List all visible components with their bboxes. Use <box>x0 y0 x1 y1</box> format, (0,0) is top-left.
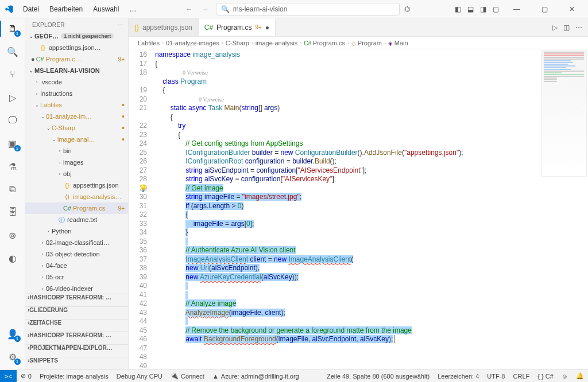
folder-item[interactable]: ›02-image-classificati… <box>25 237 128 248</box>
activity-settings-icon[interactable]: ⚙1 <box>6 350 20 364</box>
status-azure[interactable]: ▲ Azure: admin@drilling-it.org <box>208 373 303 380</box>
minimap[interactable] <box>541 50 587 177</box>
customize-layout-icon[interactable]: ▢ <box>490 5 501 13</box>
activity-testing-icon[interactable]: ⚗ <box>6 159 20 173</box>
toggle-panel-icon[interactable]: ⬓ <box>465 5 475 13</box>
workspace-section[interactable]: ⌄MS-LEARN-AI-VISION <box>25 65 128 76</box>
run-icon[interactable]: ▷ <box>552 24 558 32</box>
copilot-icon[interactable]: ⌬ <box>404 5 410 13</box>
folder-item[interactable]: ›Instructions <box>25 88 128 99</box>
file-item[interactable]: ⟨⟩image-analysis… <box>25 191 128 202</box>
window-close-icon[interactable]: ✕ <box>560 5 583 13</box>
status-language[interactable]: { } C# <box>533 372 558 380</box>
file-item[interactable]: {}appsettings.json <box>25 180 128 191</box>
code-editor[interactable]: 161718 192021 22232425262728293031323334… <box>129 49 588 369</box>
folder-item[interactable]: ⌄C-Sharp• <box>25 122 128 134</box>
open-editor-item[interactable]: {} appsettings.json… <box>25 42 128 53</box>
editor-tab[interactable]: C# Program.cs 9+ ● <box>199 18 276 36</box>
activity-remote-icon[interactable]: 🖵 <box>6 114 20 127</box>
breadcrumb-item[interactable]: 01-analyze-images <box>166 40 219 46</box>
status-project[interactable]: Projekte: image-analysis <box>36 373 113 380</box>
breadcrumbs[interactable]: Labfiles›01-analyze-images›C-Sharp›image… <box>129 37 588 49</box>
activity-explorer-icon[interactable]: 🗎1 <box>6 22 20 36</box>
status-debug-config[interactable]: Debug Any CPU <box>113 373 167 380</box>
status-problems[interactable]: ⊘ 0 <box>17 372 36 380</box>
status-connect[interactable]: 🔌 Connect <box>167 372 208 380</box>
file-item[interactable]: ⓘreadme.txt <box>25 214 128 225</box>
activity-bar: 🗎1 🔍 ⑂ ▷ 🖵 ▣3 ⚗ ⧉ 🗄 ⊚ ◐ 👤1 ⚙1 <box>0 18 25 369</box>
sidebar-section[interactable]: ›HASHICORP TERRAFORM: … <box>25 294 128 306</box>
sidebar-section[interactable]: ›HASHICORP TERRAFORM: … <box>25 332 128 344</box>
editor-tab[interactable]: {} appsettings.json <box>129 18 199 36</box>
explorer-title: EXPLORER <box>32 22 65 28</box>
status-indentation[interactable]: Leerzeichen: 4 <box>434 372 483 380</box>
sidebar-section[interactable]: ›PROJEKTMAPPEN-EXPLOR… <box>25 344 128 357</box>
toggle-secondary-sidebar-icon[interactable]: ◨ <box>478 5 488 13</box>
folder-item[interactable]: ›05-ocr <box>25 271 128 283</box>
breadcrumb-item[interactable]: C-Sharp <box>226 40 249 46</box>
activity-accounts-icon[interactable]: 👤1 <box>6 327 20 341</box>
nav-back-icon[interactable]: ← <box>184 5 195 13</box>
breadcrumb-item[interactable]: ◇ Program <box>351 40 382 46</box>
status-cursor-position[interactable]: Zeile 49, Spalte 80 (680 ausgewählt) <box>323 372 434 380</box>
split-editor-icon[interactable]: ◫ <box>563 24 570 32</box>
folder-item[interactable]: ›03-object-detection <box>25 248 128 260</box>
activity-search-icon[interactable]: 🔍 <box>6 45 20 59</box>
folder-item[interactable]: ›04-face <box>25 260 128 271</box>
activity-terminal-icon[interactable]: ⧉ <box>6 182 20 196</box>
tab-label: appsettings.json <box>142 24 192 32</box>
status-feedback-icon[interactable]: ☺ <box>558 372 572 380</box>
line-gutter: 161718 192021 22232425262728293031323334… <box>129 49 155 369</box>
folder-item[interactable]: ⌄image-anal…• <box>25 134 128 145</box>
problem-count: 9+ <box>118 56 125 63</box>
status-encoding[interactable]: UTF-8 <box>483 372 509 380</box>
menu-selection[interactable]: Auswahl <box>88 3 123 15</box>
lightbulb-icon[interactable]: 💡 <box>139 184 148 193</box>
command-center[interactable]: 🔍 ms-learn-ai-vision <box>216 3 400 15</box>
remote-indicator[interactable]: >< <box>0 370 17 382</box>
activity-run-debug-icon[interactable]: ▷ <box>6 91 20 104</box>
folder-item[interactable]: ›images <box>25 157 128 168</box>
folder-item[interactable]: ›Python <box>25 225 128 237</box>
folder-item[interactable]: ⌄01-analyze-im…• <box>25 111 128 122</box>
more-actions-icon[interactable]: ⋯ <box>575 24 582 32</box>
window-maximize-icon[interactable]: ▢ <box>533 5 556 13</box>
toggle-primary-sidebar-icon[interactable]: ◧ <box>452 5 463 13</box>
sidebar-section[interactable]: ›GLIEDERUNG <box>25 306 128 319</box>
open-editors-label: GEÖF… <box>34 33 59 40</box>
folder-item[interactable]: ›06-video-indexer <box>25 283 128 294</box>
open-editor-name: Program.c… <box>46 56 82 63</box>
folder-item[interactable]: ›bin <box>25 145 128 157</box>
activity-extensions-icon[interactable]: ▣3 <box>6 137 20 150</box>
nav-forward-icon[interactable]: → <box>200 5 211 13</box>
menu-edit[interactable]: Bearbeiten <box>45 3 87 15</box>
breadcrumb-item[interactable]: image-analysis <box>256 40 297 46</box>
code-content[interactable]: namespace image_analysis{0 Verweise clas… <box>155 49 588 369</box>
status-eol[interactable]: CRLF <box>509 372 534 380</box>
activity-database-icon[interactable]: 🗄 <box>6 205 20 219</box>
breadcrumb-item[interactable]: C# Program.cs <box>304 40 345 46</box>
breadcrumb-item[interactable]: ◈ Main <box>388 40 408 46</box>
activity-source-control-icon[interactable]: ⑂ <box>6 68 20 81</box>
open-editor-item[interactable]: ● C# Program.c… 9+ <box>25 53 128 65</box>
file-item[interactable]: C#Program.cs9+ <box>25 202 128 214</box>
explorer-badge: 1 <box>14 30 21 37</box>
title-bar: Datei Bearbeiten Auswahl … ← → 🔍 ms-lear… <box>0 0 588 18</box>
open-editors-section[interactable]: ⌄GEÖF… 1 nicht gespeichert <box>25 30 128 42</box>
sidebar-section[interactable]: ›ZEITACHSE <box>25 319 128 332</box>
workspace-name: MS-LEARN-AI-VISION <box>34 67 100 74</box>
command-center-text: ms-learn-ai-vision <box>233 5 288 13</box>
folder-item[interactable]: ›obj <box>25 168 128 180</box>
json-file-icon: {} <box>134 24 139 32</box>
sidebar-section[interactable]: ›SNIPPETS <box>25 357 128 369</box>
folder-item[interactable]: ›.vscode <box>25 76 128 88</box>
menu-file[interactable]: Datei <box>18 3 44 15</box>
breadcrumb-item[interactable]: Labfiles <box>138 40 160 46</box>
activity-other2-icon[interactable]: ◐ <box>6 251 20 265</box>
window-minimize-icon[interactable]: — <box>505 5 528 13</box>
activity-other-icon[interactable]: ⊚ <box>6 228 20 242</box>
explorer-more-icon[interactable]: ⋯ <box>118 22 123 28</box>
folder-item[interactable]: ⌄Labfiles• <box>25 99 128 111</box>
status-notifications-icon[interactable]: 🔔 <box>572 372 588 380</box>
menu-more[interactable]: … <box>125 3 141 15</box>
